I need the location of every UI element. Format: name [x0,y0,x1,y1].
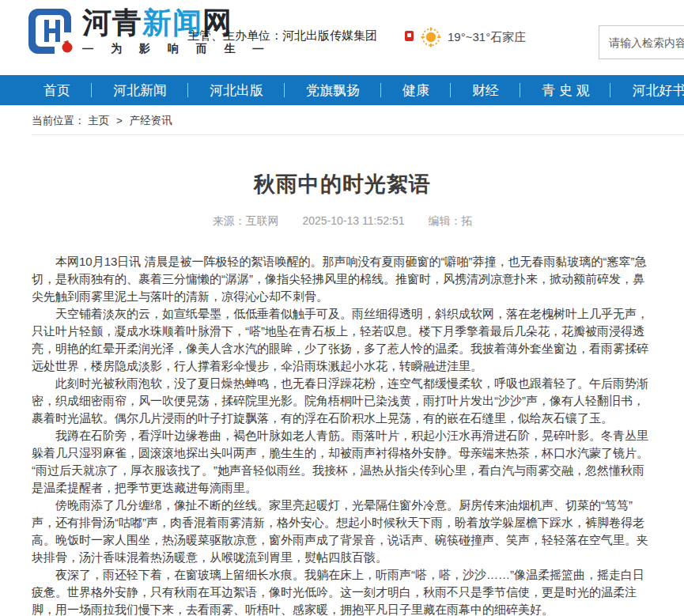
article-body: 本网10月13日讯 清晨是被一阵极轻的絮语唤醒的。那声响没有夏雨砸窗的“噼啪”莽… [32,253,653,616]
nav-item[interactable]: 河北好书 [610,75,684,105]
article-paragraph: 本网10月13日讯 清晨是被一阵极轻的絮语唤醒的。那声响没有夏雨砸窗的“噼啪”莽… [32,253,653,305]
article-meta: 来源：互联网 2025-10-13 11:52:51 编辑：拓 [32,214,653,229]
page: 河青新闻网 — 为 影 响 而 生 — 主管、主办单位：河北出版传媒集团 19°… [0,0,684,616]
logo-tagline: — 为 影 响 而 生 — [82,42,270,56]
breadcrumb-separator: > [116,115,123,127]
article-paragraph: 此刻时光被秋雨泡软，没了夏日燥热蝉鸣，也无春日浮躁花粉，连空气都缓慢柔软，呼吸也… [32,375,653,427]
nav-item[interactable]: 首页 [22,75,92,105]
logo-part-heqing: 河青 [82,6,142,39]
breadcrumb: 当前位置： 主页 > 产经资讯 [32,105,684,135]
article-datetime: 2025-10-13 11:52:51 [303,214,405,227]
site-header: 河青新闻网 — 为 影 响 而 生 — 主管、主办单位：河北出版传媒集团 19°… [0,0,684,75]
weather-alert-icon [405,31,414,41]
breadcrumb-category-link[interactable]: 产经资讯 [130,115,172,127]
nav-item[interactable]: 党旗飘扬 [285,75,381,105]
weather-widget: 19°~31°石家庄 [405,26,526,48]
article-paragraph: 天空铺着淡灰的云，如宣纸晕墨，低低垂着似触手可及。雨丝细得透明，斜织成软网，落在… [32,305,653,375]
nav-item[interactable]: 财经 [451,75,520,105]
breadcrumb-home-link[interactable]: 主页 [88,115,109,127]
breadcrumb-label: 当前位置： [32,115,85,127]
nav-item[interactable]: 河北出版 [188,75,285,105]
article-paragraph: 我蹲在石阶旁，看浮叶边缘卷曲，褐色叶脉如老人青筋。雨落叶片，积起小汪水再滑进石阶… [32,427,653,497]
article-paragraph: 傍晚雨添了几分缠绵，像扯不断的丝线。家里亮起暖灯，光晕隔住窗外冷意。厨房传来油烟… [32,497,653,566]
nav-item[interactable]: 河北新闻 [92,75,188,105]
main-nav: 首页河北新闻河北出版党旗飘扬健康财经青 史 观河北好书全民辟谣 [0,75,684,105]
sun-icon [421,27,441,47]
search-input[interactable] [599,25,684,59]
nav-item[interactable]: 青 史 观 [520,75,610,105]
article-paragraph: 夜深了，雨还轻下着，在窗玻璃上留细长水痕。我躺在床上，听雨声“嗒，嗒，沙沙……”… [32,566,653,616]
logo-icon [27,6,77,56]
weather-text: 19°~31°石家庄 [448,30,526,45]
article-title: 秋雨中的时光絮语 [32,170,653,198]
sponsor-text: 主管、主办单位：河北出版传媒集团 [187,28,377,43]
article: 秋雨中的时光絮语 来源：互联网 2025-10-13 11:52:51 编辑：拓… [0,170,684,616]
nav-item[interactable]: 健康 [381,75,451,105]
article-source: 来源：互联网 [213,214,279,227]
article-editor: 编辑：拓 [428,214,472,227]
